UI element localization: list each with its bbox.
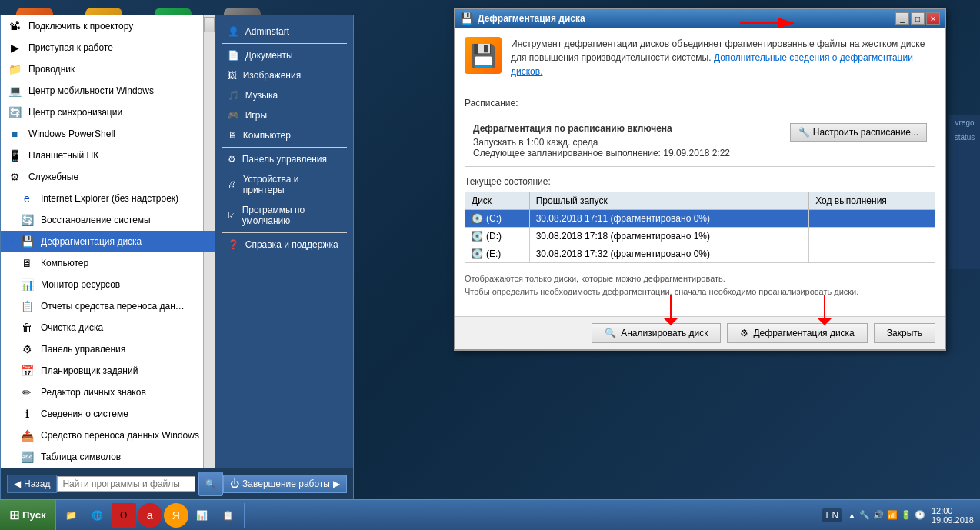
- sync-icon: 🔄: [7, 105, 22, 120]
- tray-arrow[interactable]: ▲: [848, 511, 856, 520]
- menu-item-personal-marks[interactable]: ✏ Редактор личных знаков: [1, 382, 215, 403]
- disk-d-icon: 💽: [472, 231, 483, 242]
- quicklaunch-avast[interactable]: a: [138, 503, 162, 528]
- quicklaunch-opera[interactable]: O: [112, 503, 136, 528]
- dialog-titlebar: 💾 Дефрагментация диска _ □ ✕: [455, 9, 945, 28]
- menu-item-get-to-work[interactable]: ▶ Приступая к работе: [1, 37, 215, 58]
- menu-item-control-panel2[interactable]: ⚙ Панель управления: [1, 338, 215, 360]
- right-menu-documents[interactable]: 📄 Документы: [222, 45, 347, 65]
- disk-e-icon: 💽: [472, 248, 483, 259]
- music-icon: 🎵: [228, 90, 239, 101]
- search-button[interactable]: 🔍: [198, 472, 223, 496]
- menu-item-tablet[interactable]: 📱 Планшетный ПК: [1, 145, 215, 166]
- search-input[interactable]: [57, 476, 195, 492]
- explorer-icon: 📁: [7, 62, 22, 77]
- resource-monitor-icon: 📊: [19, 277, 35, 292]
- close-button[interactable]: ✕: [926, 12, 940, 25]
- get-to-work-icon: ▶: [7, 40, 22, 55]
- menu-item-connect-projector[interactable]: 📽 Подключить к проектору: [1, 15, 215, 37]
- menu-item-sysinfo[interactable]: ℹ Сведения о системе: [1, 403, 215, 425]
- menu-item-char-table[interactable]: 🔤 Таблица символов: [1, 446, 215, 468]
- right-menu-help[interactable]: ❓ Справка и поддержка: [222, 235, 347, 255]
- menu-item-transfer-report[interactable]: 📋 Отчеты средства переноса данных Windo: [1, 295, 215, 317]
- disk-e-cell: 💽 (E:): [465, 245, 530, 263]
- menu-item-utility[interactable]: → ⚙ Служебные: [1, 166, 215, 188]
- menu-item-defrag[interactable]: → 💾 Дефрагментация диска: [1, 231, 215, 252]
- menu-item-restore[interactable]: 🔄 Восстановление системы: [1, 209, 215, 231]
- transfer-report-icon: 📋: [19, 298, 35, 314]
- menu-item-task-scheduler[interactable]: 📅 Планировщик заданий: [1, 360, 215, 382]
- right-menu-default-programs[interactable]: ☑ Программы по умолчанию: [222, 200, 347, 231]
- configure-icon: 🔧: [798, 127, 810, 138]
- right-menu-music[interactable]: 🎵 Музыка: [222, 85, 347, 105]
- menu-item-data-transfer[interactable]: 📤 Средство переноса данных Windows: [1, 425, 215, 446]
- right-menu-devices[interactable]: 🖨 Устройства и принтеры: [222, 169, 347, 200]
- dialog-info-icon: 💾: [465, 37, 502, 74]
- windows-logo: ⊞: [9, 508, 19, 522]
- quicklaunch-table[interactable]: 📋: [216, 503, 241, 528]
- menu-item-powershell[interactable]: ■ Windows PowerShell: [1, 123, 215, 145]
- menu-item-sync[interactable]: 🔄 Центр синхронизации: [1, 102, 215, 123]
- menu-item-computer2[interactable]: 🖥 Компьютер: [1, 252, 215, 274]
- menu-divider-1: [222, 43, 347, 44]
- dialog-body: 💾 Инструмент дефрагментации дисков объед…: [455, 28, 945, 316]
- tablet-icon: 📱: [7, 148, 22, 163]
- minimize-button[interactable]: _: [895, 12, 909, 25]
- menu-item-resource-monitor[interactable]: 📊 Монитор ресурсов: [1, 274, 215, 295]
- dialog-info-text: Инструмент дефрагментации дисков объедин…: [511, 37, 935, 78]
- footer-text-line1: Отображаются только диски, которые можно…: [465, 272, 935, 285]
- quicklaunch-chart[interactable]: 📊: [190, 503, 215, 528]
- menu-item-explorer[interactable]: 📁 Проводник: [1, 58, 215, 80]
- menu-item-ie[interactable]: e Internet Explorer (без надстроек): [1, 188, 215, 209]
- menu-item-mobility[interactable]: 💻 Центр мобильности Windows: [1, 80, 215, 102]
- language-indicator[interactable]: EN: [822, 508, 842, 522]
- defrag-btn-icon: ⚙: [740, 328, 748, 338]
- restore-icon: 🔄: [19, 212, 35, 228]
- defrag-icon: 💾: [19, 234, 35, 249]
- right-panel-text: vrego: [955, 118, 974, 127]
- devices-icon: 🖨: [228, 179, 237, 190]
- table-row[interactable]: 💽 (D:) 30.08.2018 17:18 (фрагментировано…: [465, 228, 935, 245]
- close-dialog-button[interactable]: Закрыть: [874, 323, 935, 343]
- configure-schedule-button[interactable]: 🔧 Настроить расписание...: [790, 123, 927, 142]
- disk-e-lastrun: 30.08.2018 17:32 (фрагментировано 0%): [529, 245, 809, 263]
- footer-text-line2: Чтобы определить необходимость дефрагмен…: [465, 285, 935, 298]
- right-menu-computer[interactable]: 🖥 Компьютер: [222, 125, 347, 145]
- right-panel-partial: vrego status: [949, 115, 980, 269]
- menu-item-disk-cleanup[interactable]: 🗑 Очистка диска: [1, 317, 215, 338]
- schedule-section-label: Расписание:: [465, 98, 935, 108]
- disk-c-progress: [809, 210, 935, 228]
- control-panel2-icon: ⚙: [19, 342, 35, 357]
- title-arrow: [740, 15, 802, 33]
- back-button[interactable]: ◀ Назад: [7, 475, 57, 493]
- quicklaunch-ie[interactable]: 🌐: [85, 503, 110, 528]
- clock-display: 12:00 19.09.2018: [932, 506, 974, 525]
- utility-icon: ⚙: [7, 169, 22, 185]
- shutdown-button[interactable]: ⏻ Завершение работы ▶: [223, 475, 347, 493]
- tray-icon-battery: 🔋: [901, 510, 912, 520]
- right-menu-adminstart[interactable]: 👤 Adminstart: [222, 22, 347, 42]
- clock-time: 12:00: [932, 506, 974, 515]
- schedule-enabled-text: Дефрагментация по расписанию включена: [473, 123, 730, 134]
- quicklaunch-folder[interactable]: 📁: [59, 503, 84, 528]
- back-icon: ◀: [14, 478, 21, 489]
- col-progress: Ход выполнения: [809, 192, 935, 210]
- schedule-run-text: Запускать в 1:00 кажд. среда: [473, 137, 730, 148]
- right-menu-images[interactable]: 🖼 Изображения: [222, 65, 347, 85]
- table-row[interactable]: 💽 (E:) 30.08.2018 17:32 (фрагментировано…: [465, 245, 935, 263]
- taskbar-right: EN ▲ 🔧 🔊 📶 🔋 🕐 12:00 19.09.2018: [816, 506, 980, 525]
- maximize-button[interactable]: □: [911, 12, 925, 25]
- defrag-dialog: 💾 Дефрагментация диска _ □ ✕: [454, 8, 946, 351]
- disk-d-cell: 💽 (D:): [465, 228, 530, 245]
- ie-icon: e: [19, 191, 35, 206]
- quicklaunch-yandex[interactable]: Я: [164, 503, 188, 528]
- right-menu-games[interactable]: 🎮 Игры: [222, 105, 347, 125]
- schedule-next-text: Следующее запланированное выполнение: 19…: [473, 148, 730, 158]
- start-button[interactable]: ⊞ Пуск: [0, 500, 56, 531]
- right-menu-control-panel[interactable]: ⚙ Панель управления: [222, 149, 347, 169]
- start-menu-content: 📽 Подключить к проектору ▶ Приступая к р…: [1, 15, 353, 468]
- char-table-icon: 🔤: [19, 449, 35, 465]
- table-row[interactable]: 💽 (C:) 30.08.2018 17:11 (фрагментировано…: [465, 210, 935, 228]
- default-programs-icon: ☑: [228, 210, 236, 221]
- start-menu: 📽 Подключить к проектору ▶ Приступая к р…: [0, 15, 354, 499]
